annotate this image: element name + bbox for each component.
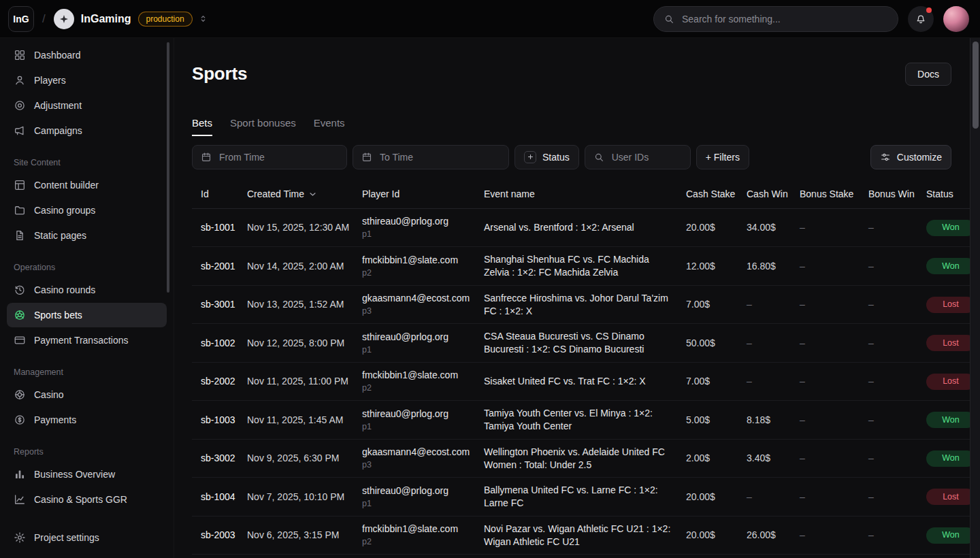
sidebar-item-payment-transactions[interactable]: Payment Transactions (7, 328, 167, 352)
topbar-left: InG / InGaming production (8, 6, 211, 32)
tab-events[interactable]: Events (314, 117, 345, 136)
table-row[interactable]: sb-3001Nov 13, 2025, 1:52 AMgkaasmann4@e… (192, 286, 970, 325)
to-time-field[interactable] (378, 151, 500, 163)
players-icon (14, 74, 26, 86)
sidebar-scrollbar[interactable] (167, 42, 169, 293)
adjustment-target-icon (14, 99, 26, 112)
column-header-id[interactable]: Id (192, 188, 247, 199)
docs-button[interactable]: Docs (905, 63, 951, 86)
sidebar-item-dashboard[interactable]: Dashboard (7, 43, 167, 67)
cash-stake-cell: 20.00$ (686, 529, 747, 542)
sidebar-item-content-builder[interactable]: Content builder (7, 173, 167, 197)
column-header-cash-win[interactable]: Cash Win (747, 188, 800, 199)
to-time-input[interactable] (353, 145, 509, 169)
app-logo[interactable]: InG (8, 6, 34, 32)
bonus-stake-cell: – (800, 221, 868, 234)
sidebar-item-adjustment[interactable]: Adjustment (7, 93, 167, 118)
from-time-input[interactable] (192, 145, 347, 169)
created-time-cell: Nov 11, 2025, 11:00 PM (247, 375, 362, 388)
calendar-icon (201, 152, 212, 163)
notifications-button[interactable] (908, 6, 934, 32)
user-avatar[interactable] (943, 6, 969, 32)
column-header-bonus-stake[interactable]: Bonus Stake (800, 188, 868, 199)
table-row[interactable]: sb-3002Nov 9, 2025, 6:30 PMgkaasmann4@ec… (192, 440, 970, 478)
status-cell: Lost (926, 374, 970, 390)
bell-icon (915, 13, 927, 25)
sidebar-item-project-settings[interactable]: Project settings (7, 525, 167, 550)
sidebar-item-sports-bets[interactable]: Sports bets (7, 303, 167, 327)
page-title: Sports (192, 63, 247, 84)
org-name: InGaming (81, 13, 131, 25)
bet-id-cell: sb-1002 (192, 337, 247, 350)
player-id-cell: sthireau0@prlog.orgp1 (362, 485, 484, 510)
bonus-stake-cell: – (800, 414, 868, 427)
table-row[interactable]: sb-3003Nov 5, 2025, 2:00 PMgkaasmann4@ec… (192, 555, 970, 558)
table-row[interactable]: sb-2002Nov 11, 2025, 11:00 PMfmckibbin1@… (192, 363, 970, 401)
column-header-player-id[interactable]: Player Id (362, 188, 484, 199)
sidebar-item-campaigns[interactable]: Campaigns (7, 118, 167, 143)
more-filters-button[interactable]: + Filters (696, 145, 749, 169)
tab-sport-bonuses[interactable]: Sport bonuses (230, 117, 296, 136)
table-row[interactable]: sb-1004Nov 7, 2025, 10:10 PMsthireau0@pr… (192, 478, 970, 516)
table-row[interactable]: sb-1003Nov 11, 2025, 1:45 AMsthireau0@pr… (192, 401, 970, 440)
more-filters-label: + Filters (706, 152, 740, 163)
plus-icon (524, 151, 536, 163)
sidebar-item-static-pages[interactable]: Static pages (7, 223, 167, 248)
environment-switcher-button[interactable] (195, 11, 211, 27)
global-search-input[interactable] (681, 13, 888, 25)
column-header-cash-stake[interactable]: Cash Stake (686, 188, 747, 199)
search-icon (593, 152, 604, 163)
sidebar-item-casino[interactable]: Casino (7, 382, 167, 407)
bonus-win-cell: – (868, 298, 926, 311)
table-row[interactable]: sb-1002Nov 12, 2025, 8:00 PMsthireau0@pr… (192, 324, 970, 363)
dashboard-grid-icon (14, 49, 26, 61)
folder-icon (14, 204, 26, 216)
bets-table: IdCreated TimePlayer IdEvent nameCash St… (192, 180, 970, 558)
column-header-created-time[interactable]: Created Time (247, 188, 362, 199)
table-inner: IdCreated TimePlayer IdEvent nameCash St… (192, 180, 970, 558)
table-row[interactable]: sb-2003Nov 6, 2025, 3:15 PMfmckibbin1@sl… (192, 516, 970, 555)
bet-id-cell: sb-3001 (192, 298, 247, 311)
bonus-win-cell: – (868, 491, 926, 504)
sidebar-item-players[interactable]: Players (7, 68, 167, 93)
created-time-cell: Nov 9, 2025, 6:30 PM (247, 452, 362, 465)
created-time-cell: Nov 12, 2025, 8:00 PM (247, 337, 362, 350)
page-scrollbar-thumb[interactable] (973, 42, 979, 129)
calendar-icon (361, 152, 372, 163)
table-row[interactable]: sb-2001Nov 14, 2025, 2:00 AMfmckibbin1@s… (192, 247, 970, 286)
bonus-win-cell: – (868, 452, 926, 465)
column-header-status[interactable]: Status (926, 188, 970, 199)
status-cell: Won (926, 258, 970, 274)
cash-stake-cell: 50.00$ (686, 337, 747, 350)
customize-label: Customize (897, 152, 942, 163)
bonus-stake-cell: – (800, 337, 868, 350)
sidebar-item-payments[interactable]: Payments (7, 408, 167, 432)
sidebar-section-label: Site Content (14, 158, 160, 167)
topbar: InG / InGaming production (0, 0, 980, 38)
org-avatar[interactable] (54, 9, 74, 29)
shell: DashboardPlayersAdjustmentCampaignsSite … (0, 38, 980, 558)
status-filter-button[interactable]: Status (514, 145, 579, 169)
payment-card-icon (14, 334, 26, 346)
column-header-event-name[interactable]: Event name (484, 188, 686, 199)
page-scrollbar-track[interactable] (970, 38, 980, 558)
sidebar-item-casino-rounds[interactable]: Casino rounds (7, 278, 167, 302)
tab-bets[interactable]: Bets (192, 117, 212, 136)
cash-win-cell: 3.40$ (747, 452, 800, 465)
global-search[interactable] (653, 6, 898, 32)
bonus-stake-cell: – (800, 529, 868, 542)
user-ids-input[interactable] (585, 145, 691, 169)
from-time-field[interactable] (218, 151, 338, 163)
topbar-right (653, 6, 969, 32)
chevron-down-icon (308, 189, 318, 199)
bonus-win-cell: – (868, 375, 926, 388)
user-ids-field[interactable] (610, 151, 682, 163)
sidebar-item-casino-sports-ggr[interactable]: Casino & Sports GGR (7, 487, 167, 512)
bonus-win-cell: – (868, 337, 926, 350)
sidebar-item-casino-groups[interactable]: Casino groups (7, 198, 167, 223)
column-header-bonus-win[interactable]: Bonus Win (868, 188, 926, 199)
table-row[interactable]: sb-1001Nov 15, 2025, 12:30 AMsthireau0@p… (192, 209, 970, 248)
customize-button[interactable]: Customize (870, 145, 951, 169)
player-id-cell: sthireau0@prlog.orgp1 (362, 408, 484, 433)
sidebar-item-business-overview[interactable]: Business Overview (7, 462, 167, 487)
